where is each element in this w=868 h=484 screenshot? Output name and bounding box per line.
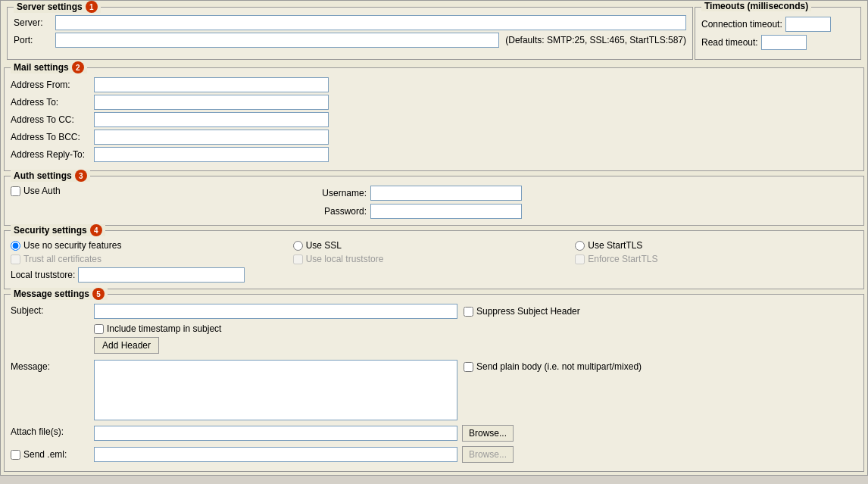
suppress-label: Suppress Subject Header [476,306,580,317]
auth-badge: 3 [75,170,87,182]
local-truststore-checkbox[interactable] [293,254,303,264]
send-eml-input[interactable] [94,447,457,462]
server-settings-header: Server settings 1 [14,1,101,13]
attach-input[interactable] [94,426,457,441]
security-option-none: Use no security features [11,240,293,251]
server-input[interactable] [55,15,686,30]
radio-ssl[interactable] [293,241,303,251]
message-textarea[interactable] [94,360,457,420]
security-content: Use no security features Use SSL Use Sta… [5,231,863,289]
use-auth-label: Use Auth [23,186,61,196]
mail-content: Address From: Address To: Address To CC:… [5,68,863,170]
address-reply-input[interactable] [94,147,329,162]
read-timeout-row: Read timeout: [701,35,854,50]
subject-label: Subject: [11,304,94,316]
server-row: Server: [14,15,686,30]
message-badge: 5 [92,288,105,300]
attach-row: Attach file(s): Browse... [11,425,857,442]
browse2-button[interactable]: Browse... [462,446,514,463]
address-cc-label: Address To CC: [11,114,94,125]
enforce-starttls-label: Enforce StartTLS [588,254,657,264]
read-timeout-label: Read timeout: [701,37,758,48]
address-bcc-input[interactable] [94,130,329,145]
timeouts-title: Timeouts (milliseconds) [704,1,808,11]
message-label: Message: [11,360,94,372]
security-option-starttls: Use StartTLS [575,240,857,251]
radio-no-security[interactable] [11,241,20,251]
security-radio-row: Use no security features Use SSL Use Sta… [11,240,857,251]
attach-label: Attach file(s): [11,425,94,437]
server-badge: 1 [86,1,98,13]
address-bcc-label: Address To BCC: [11,132,94,142]
address-to-row: Address To: [11,95,857,110]
port-label: Port: [14,35,55,45]
username-label: Username: [314,188,370,198]
suppress-checkbox[interactable] [464,307,473,317]
address-from-row: Address From: [11,77,857,92]
connection-timeout-input[interactable] [785,17,831,32]
add-header-button[interactable]: Add Header [94,337,159,354]
ssl-label: Use SSL [306,240,342,251]
main-container: Server settings 1 Server: Port: (Default… [0,0,868,476]
port-row: Port: (Defaults: SMTP:25, SSL:465, Start… [14,33,686,48]
security-settings-title: Security settings [14,225,87,236]
timeouts-section: Timeouts (milliseconds) Connection timeo… [695,7,861,60]
trust-all-checkbox[interactable] [11,254,20,264]
message-settings-header: Message settings 5 [11,288,108,300]
subject-input[interactable] [94,304,457,319]
address-to-input[interactable] [94,95,329,110]
suppress-check: Suppress Subject Header [464,306,580,317]
address-reply-row: Address Reply-To: [11,147,857,162]
connection-timeout-row: Connection timeout: [701,17,854,32]
username-row: Username: [314,186,522,201]
address-to-label: Address To: [11,97,94,108]
address-bcc-row: Address To BCC: [11,130,857,145]
security-settings-header: Security settings 4 [11,224,105,236]
username-input[interactable] [370,186,522,201]
radio-starttls[interactable] [575,241,585,251]
server-settings-section: Server settings 1 Server: Port: (Default… [7,7,693,60]
security-settings-section: Security settings 4 Use no security feat… [4,230,864,289]
address-cc-row: Address To CC: [11,112,857,127]
local-truststore-option: Use local truststore [293,254,576,264]
security-badge: 4 [90,224,102,236]
security-check-row: Trust all certificates Use local trustst… [11,254,857,264]
connection-timeout-label: Connection timeout: [701,19,782,30]
mail-settings-section: Mail settings 2 Address From: Address To… [4,67,864,171]
local-truststore-input[interactable] [78,267,245,283]
enforce-starttls-checkbox[interactable] [575,254,585,264]
send-plain-check: Send plain body (i.e. not multipart/mixe… [464,360,642,372]
server-label: Server: [14,17,55,28]
read-timeout-input[interactable] [761,35,807,50]
timeouts-header: Timeouts (milliseconds) [701,1,811,11]
send-plain-label: Send plain body (i.e. not multipart/mixe… [476,361,642,372]
password-label: Password: [314,206,370,217]
password-input[interactable] [370,204,522,219]
send-eml-row: Send .eml: Browse... [11,446,857,463]
local-truststore-row: Local truststore: [11,267,857,283]
address-cc-input[interactable] [94,112,329,127]
send-plain-checkbox[interactable] [464,362,473,372]
message-row: Message: Send plain body (i.e. not multi… [11,360,857,420]
local-truststore-label: Use local truststore [306,254,384,264]
use-auth-checkbox[interactable] [11,186,20,196]
message-content: Subject: Suppress Subject Header Include… [5,295,863,471]
message-settings-title: Message settings [14,289,89,299]
security-option-ssl: Use SSL [293,240,576,251]
timestamp-checkbox[interactable] [94,324,104,334]
send-eml-checkbox[interactable] [11,450,20,460]
browse-button[interactable]: Browse... [462,425,514,442]
enforce-starttls-option: Enforce StartTLS [575,254,857,264]
mail-settings-title: Mail settings [14,62,69,73]
subject-row: Subject: Suppress Subject Header [11,304,857,319]
timestamp-label: Include timestamp in subject [107,323,221,334]
auth-content: Use Auth Username: Password: [5,176,863,225]
address-reply-label: Address Reply-To: [11,149,94,160]
address-from-input[interactable] [94,77,329,92]
no-security-label: Use no security features [23,240,121,251]
timestamp-check: Include timestamp in subject [94,323,857,334]
trust-all-option: Trust all certificates [11,254,293,264]
send-eml-label: Send .eml: [23,449,67,460]
port-input[interactable] [55,33,499,48]
mail-badge: 2 [72,61,84,73]
